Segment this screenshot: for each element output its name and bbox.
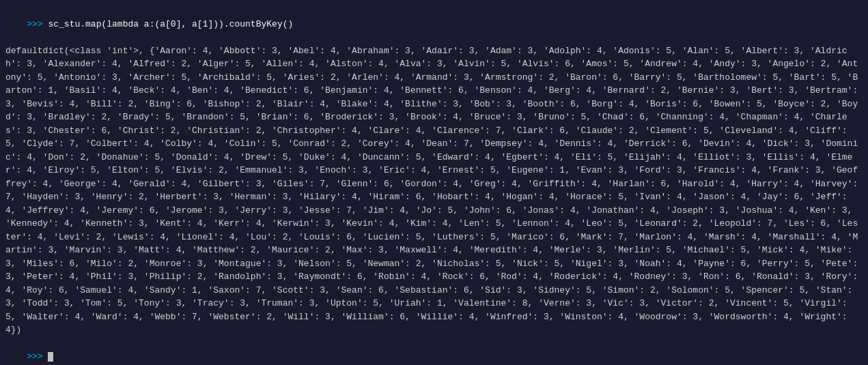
prompt-symbol: >>>	[27, 19, 42, 29]
command-text: sc_stu.map(lambda a:(a[0], a[1])).countB…	[43, 19, 294, 29]
output-text: defaultdict(<class 'int'>, {'Aaron': 4, …	[5, 44, 863, 337]
prompt-symbol-2: >>>	[27, 351, 48, 362]
terminal-window: >>> sc_stu.map(lambda a:(a[0], a[1])).co…	[0, 0, 868, 365]
cursor	[48, 352, 53, 362]
command-line: >>> sc_stu.map(lambda a:(a[0], a[1])).co…	[5, 4, 863, 44]
empty-prompt-line: >>>	[5, 337, 863, 366]
